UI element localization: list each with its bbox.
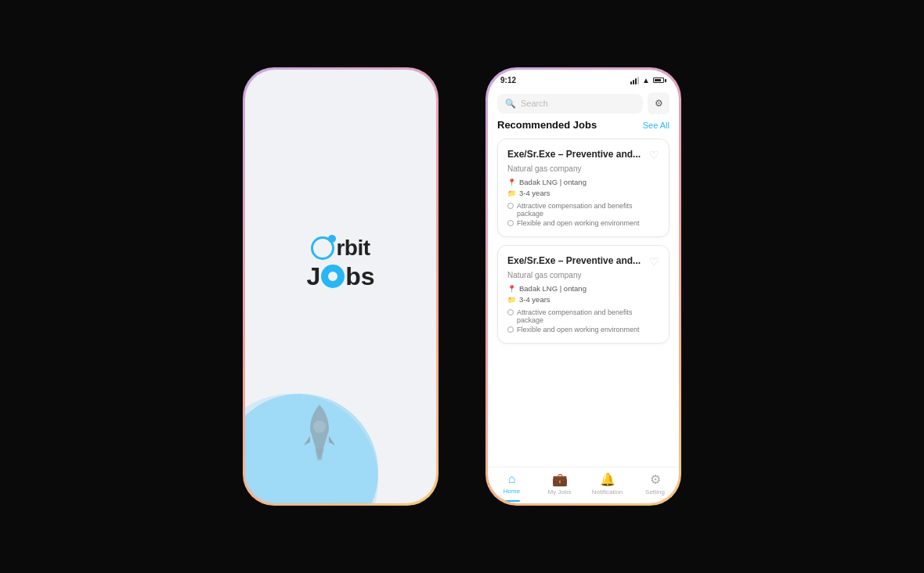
job-title-1: Exe/Sr.Exe – Preventive and... — [507, 149, 649, 160]
status-bar: 9:12 ▲ — [488, 70, 679, 88]
signal-bar-3 — [635, 78, 637, 85]
filter-icon: ⚙ — [655, 98, 663, 109]
see-all-button[interactable]: See All — [643, 121, 670, 130]
jobs-j-text: J — [306, 262, 320, 291]
search-input-wrap[interactable]: 🔍 Search — [497, 94, 643, 114]
bullet-2-2: Flexible and open working environment — [507, 326, 659, 333]
app-logo: rbit J bs — [306, 236, 374, 291]
bullet-text-2-2: Flexible and open working environment — [517, 326, 640, 333]
bullet-text-2-1: Attractive compensation and benefits pac… — [517, 308, 659, 324]
status-icons: ▲ — [630, 76, 666, 85]
experience-item-2: 📁 3-4 years — [507, 295, 659, 304]
location-icon-2: 📍 — [507, 285, 516, 293]
job-card-2[interactable]: Exe/Sr.Exe – Preventive and... ♡ Natural… — [497, 245, 670, 344]
battery-icon — [653, 77, 666, 83]
signal-icon — [630, 77, 639, 85]
signal-bar-2 — [633, 80, 634, 85]
orbit-circle-icon — [311, 236, 334, 260]
location-item-1: 📍 Badak LNG | ontang — [507, 178, 659, 186]
location-item-2: 📍 Badak LNG | ontang — [507, 284, 659, 293]
status-time: 9:12 — [500, 76, 516, 85]
svg-point-0 — [313, 420, 326, 433]
location-text-1: Badak LNG | ontang — [519, 178, 587, 186]
location-text-2: Badak LNG | ontang — [519, 284, 587, 293]
bullet-text-1-2: Flexible and open working environment — [517, 219, 640, 227]
recommended-section-header: Recommended Jobs See All — [497, 119, 670, 131]
home-label: Home — [504, 488, 520, 495]
signal-bar-1 — [630, 81, 632, 85]
wifi-icon: ▲ — [642, 76, 650, 85]
job-card-1[interactable]: Exe/Sr.Exe – Preventive and... ♡ Natural… — [497, 139, 670, 237]
nav-home[interactable]: ⌂ Home — [488, 472, 536, 496]
card-meta-1: 📍 Badak LNG | ontang 📁 3-4 years — [507, 178, 659, 197]
card-top-1: Exe/Sr.Exe – Preventive and... ♡ — [507, 149, 659, 161]
right-phone: 9:12 ▲ 🔍 Sea — [485, 67, 681, 506]
my-jobs-label: My Jobs — [548, 488, 572, 496]
my-jobs-icon: 💼 — [552, 472, 568, 487]
bullet-1-1: Attractive compensation and benefits pac… — [507, 202, 659, 218]
bullet-dot-1-1 — [507, 203, 514, 209]
bullet-dot-1-2 — [507, 220, 514, 226]
card-bullets-1: Attractive compensation and benefits pac… — [507, 202, 659, 227]
notification-icon: 🔔 — [600, 472, 615, 487]
bullet-text-1-1: Attractive compensation and benefits pac… — [517, 202, 659, 218]
splash-screen: rbit J bs — [245, 70, 436, 503]
jobs-o-icon — [321, 265, 345, 288]
left-phone: rbit J bs — [243, 67, 439, 506]
search-area: 🔍 Search ⚙ — [488, 88, 679, 119]
bullet-dot-2-2 — [507, 326, 514, 333]
nav-my-jobs[interactable]: 💼 My Jobs — [536, 472, 583, 496]
home-icon: ⌂ — [508, 472, 516, 486]
card-bullets-2: Attractive compensation and benefits pac… — [507, 308, 659, 333]
card-top-2: Exe/Sr.Exe – Preventive and... ♡ — [507, 255, 659, 268]
filter-button[interactable]: ⚙ — [648, 92, 670, 114]
experience-item-1: 📁 3-4 years — [507, 189, 659, 197]
location-icon-1: 📍 — [507, 178, 516, 186]
search-placeholder: Search — [521, 99, 548, 108]
content-area: Recommended Jobs See All Exe/Sr.Exe – Pr… — [488, 119, 679, 467]
bottom-nav: ⌂ Home 💼 My Jobs 🔔 Notification ⚙ Settin… — [488, 467, 679, 503]
notification-label: Notification — [592, 488, 623, 496]
company-name-2: Natural gas company — [507, 271, 659, 279]
app-screen: 9:12 ▲ 🔍 Sea — [488, 70, 679, 503]
experience-text-2: 3-4 years — [519, 295, 550, 304]
favorite-button-2[interactable]: ♡ — [649, 255, 659, 268]
card-meta-2: 📍 Badak LNG | ontang 📁 3-4 years — [507, 284, 659, 304]
job-title-2: Exe/Sr.Exe – Preventive and... — [507, 255, 649, 266]
setting-icon: ⚙ — [650, 472, 661, 487]
experience-icon-1: 📁 — [507, 189, 516, 197]
bullet-1-2: Flexible and open working environment — [507, 219, 659, 227]
bullet-2-1: Attractive compensation and benefits pac… — [507, 308, 659, 324]
nav-notification[interactable]: 🔔 Notification — [583, 472, 631, 496]
experience-text-1: 3-4 years — [519, 189, 550, 197]
orbit-text: rbit — [336, 236, 370, 261]
favorite-button-1[interactable]: ♡ — [649, 149, 659, 161]
bullet-dot-2-1 — [507, 309, 514, 315]
rocket-icon — [288, 402, 351, 464]
splash-bottom-decoration — [245, 347, 436, 503]
experience-icon-2: 📁 — [507, 296, 516, 304]
search-icon: 🔍 — [505, 99, 516, 109]
recommended-title: Recommended Jobs — [497, 119, 597, 131]
nav-setting[interactable]: ⚙ Setting — [631, 472, 679, 496]
setting-label: Setting — [645, 488, 665, 496]
jobs-bs-text: bs — [345, 262, 374, 291]
company-name-1: Natural gas company — [507, 164, 659, 173]
active-indicator — [504, 500, 520, 502]
signal-bar-4 — [637, 77, 639, 85]
